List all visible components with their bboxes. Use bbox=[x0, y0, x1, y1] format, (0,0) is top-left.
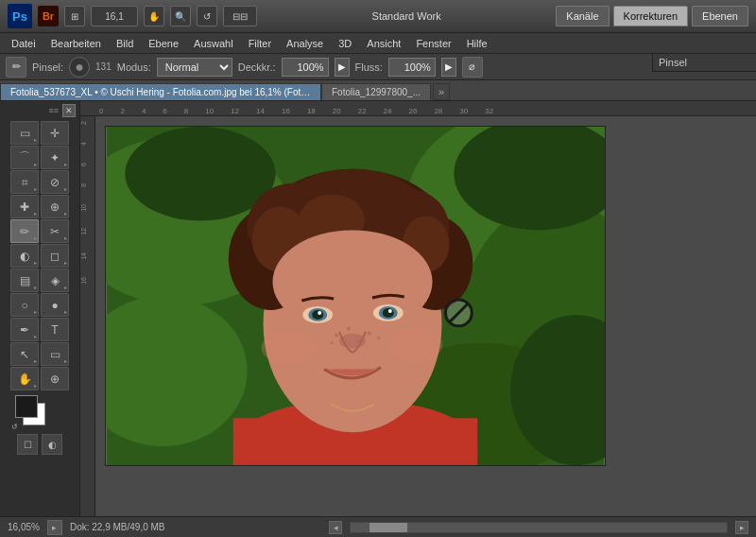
tool-gradient[interactable]: ▤▸ bbox=[10, 268, 39, 292]
color-section: ↺ bbox=[2, 395, 77, 431]
standard-mode-btn[interactable]: ☐ bbox=[17, 434, 38, 455]
tool-text[interactable]: T bbox=[41, 318, 69, 341]
tool-brush[interactable]: ✏▸ bbox=[10, 219, 39, 243]
status-icon-left[interactable]: ▸ bbox=[47, 520, 62, 535]
modus-dropdown[interactable]: Normal Multiplizieren Abwedeln bbox=[157, 58, 232, 77]
arrange-icon[interactable]: ⊞ bbox=[64, 6, 85, 26]
menu-3d[interactable]: 3D bbox=[331, 36, 359, 51]
toolbox-drag[interactable]: ≡≡ bbox=[48, 106, 59, 115]
ebenen-tab[interactable]: Ebenen bbox=[692, 6, 748, 26]
tool-pen[interactable]: ✒▸ bbox=[10, 318, 39, 341]
tool-row-2: ⌒▸ ✦▸ bbox=[2, 146, 77, 169]
quick-mask-btn[interactable]: ◐ bbox=[42, 434, 62, 455]
deckkraft-input[interactable] bbox=[282, 58, 329, 77]
ruler-v-tick: 8 bbox=[80, 183, 94, 187]
tool-zoom[interactable]: ⊕ bbox=[41, 367, 69, 390]
tool-clone[interactable]: ✂▸ bbox=[41, 219, 69, 243]
menu-datei[interactable]: Datei bbox=[4, 36, 43, 51]
zoom-display[interactable]: 16,1 bbox=[91, 6, 138, 26]
tool-lasso[interactable]: ⌒▸ bbox=[10, 146, 39, 169]
ruler-v-tick: 10 bbox=[80, 204, 94, 212]
titlebar-left: Ps Br ⊞ 16,1 ✋ 🔍 ↺ ⊟⊟ bbox=[8, 4, 257, 28]
ruler-tick-24: 24 bbox=[384, 107, 392, 115]
kanaele-tab[interactable]: Kanäle bbox=[556, 6, 609, 26]
quick-mask-row: ☐ ◐ bbox=[2, 434, 77, 455]
tool-dodge[interactable]: ○▸ bbox=[10, 293, 39, 317]
ruler-tick-8: 8 bbox=[184, 107, 188, 115]
brush-label: Pinsel: bbox=[32, 61, 63, 73]
tool-crop[interactable]: ⌗▸ bbox=[10, 170, 39, 194]
tool-move[interactable]: ✛ bbox=[41, 121, 69, 145]
color-reset-btn[interactable]: ↺ bbox=[11, 423, 18, 431]
hand-tool-icon[interactable]: ✋ bbox=[144, 6, 164, 26]
airbrush-icon[interactable]: ⌀ bbox=[462, 57, 483, 78]
ruler-tick-26: 26 bbox=[409, 107, 418, 115]
tool-heal[interactable]: ⊕▸ bbox=[41, 195, 69, 218]
tool-spot-heal[interactable]: ✚▸ bbox=[10, 195, 39, 218]
korrekturen-tab[interactable]: Korrekturen bbox=[613, 6, 688, 26]
ruler-vertical: 2 4 6 8 10 12 14 16 bbox=[80, 116, 95, 516]
ruler-tick-28: 28 bbox=[434, 107, 442, 115]
tool-history-brush[interactable]: ◐▸ bbox=[10, 244, 39, 268]
tool-select-rect[interactable]: ▭▸ bbox=[10, 121, 39, 145]
extras-icon[interactable]: ⊟⊟ bbox=[223, 6, 257, 26]
tabbar: Fotolia_537673_XL • © Uschi Hering - Fot… bbox=[0, 80, 756, 101]
tool-row-4: ✚▸ ⊕▸ bbox=[2, 195, 77, 218]
h-scrollbar[interactable] bbox=[350, 522, 728, 533]
tool-row-11: ✋▸ ⊕ bbox=[2, 367, 77, 390]
br-logo[interactable]: Br bbox=[38, 6, 59, 26]
ruler-v-tick: 4 bbox=[80, 142, 94, 146]
menu-auswahl[interactable]: Auswahl bbox=[186, 36, 241, 51]
menu-filter[interactable]: Filter bbox=[241, 36, 279, 51]
menu-hilfe[interactable]: Hilfe bbox=[459, 36, 495, 51]
ruler-tick-12: 12 bbox=[231, 107, 239, 115]
menu-bild[interactable]: Bild bbox=[109, 36, 141, 51]
tool-shape[interactable]: ▭▸ bbox=[41, 342, 69, 366]
rotate-icon[interactable]: ↺ bbox=[197, 6, 217, 26]
menu-ansicht[interactable]: Ansicht bbox=[359, 36, 408, 51]
statusbar: 16,05% ▸ Dok: 22,9 MB/49,0 MB ◂ ▸ bbox=[0, 516, 756, 537]
tool-eyedropper[interactable]: ⊘▸ bbox=[41, 170, 69, 194]
doc-tab-1[interactable]: Fotolia_537673_XL • © Uschi Hering - Fot… bbox=[0, 83, 321, 100]
menu-fenster[interactable]: Fenster bbox=[408, 36, 458, 51]
deckkraft-arrow[interactable]: ▶ bbox=[335, 58, 350, 77]
ruler-tick-18: 18 bbox=[307, 107, 316, 115]
tab-scroll-right[interactable]: » bbox=[433, 83, 450, 100]
current-tool-icon[interactable]: ✏ bbox=[6, 57, 26, 78]
tool-eraser[interactable]: ◻▸ bbox=[41, 244, 69, 268]
image-canvas[interactable] bbox=[105, 126, 606, 466]
canvas-area: 0 2 4 6 8 10 12 14 16 18 20 22 24 26 28 … bbox=[80, 101, 756, 516]
doc-size: Dok: 22,9 MB/49,0 MB bbox=[70, 522, 165, 532]
h-scrollbar-thumb[interactable] bbox=[369, 523, 407, 532]
ruler-tick-2: 2 bbox=[120, 107, 124, 115]
tool-row-8: ○▸ ●▸ bbox=[2, 293, 77, 317]
fluss-input[interactable] bbox=[388, 58, 436, 77]
tool-row-9: ✒▸ T bbox=[2, 318, 77, 341]
menu-ebene[interactable]: Ebene bbox=[141, 36, 186, 51]
ruler-v-tick: 12 bbox=[80, 228, 94, 235]
scroll-left[interactable]: ◂ bbox=[329, 521, 342, 534]
ruler-tick-22: 22 bbox=[358, 107, 367, 115]
svg-point-27 bbox=[312, 310, 323, 320]
tool-quick-select[interactable]: ✦▸ bbox=[41, 146, 69, 169]
foreground-color-swatch[interactable] bbox=[15, 395, 38, 418]
ruler-v-tick: 14 bbox=[80, 252, 94, 260]
doc-tab-2[interactable]: Fotolia_12997800_... bbox=[321, 83, 431, 100]
pinsel-panel-label: Pinsel bbox=[652, 54, 756, 72]
toolbox-close[interactable]: ✕ bbox=[62, 104, 76, 117]
menu-analyse[interactable]: Analyse bbox=[279, 36, 331, 51]
tool-burn[interactable]: ●▸ bbox=[41, 293, 69, 317]
toolbox: ≡≡ ✕ ▭▸ ✛ ⌒▸ ✦▸ ⌗▸ ⊘▸ ✚▸ ⊕▸ ✏▸ ✂▸ ◐▸ ◻▸ bbox=[0, 101, 80, 516]
menu-bearbeiten[interactable]: Bearbeiten bbox=[43, 36, 109, 51]
tool-path-select[interactable]: ↖▸ bbox=[10, 342, 39, 366]
scroll-right[interactable]: ▸ bbox=[735, 521, 748, 534]
tool-fill[interactable]: ◈▸ bbox=[41, 268, 69, 292]
brush-preview[interactable]: ● bbox=[69, 57, 90, 78]
tool-hand[interactable]: ✋▸ bbox=[10, 367, 39, 390]
toolbox-header: ≡≡ ✕ bbox=[2, 103, 77, 118]
fluss-arrow[interactable]: ▶ bbox=[441, 58, 456, 77]
svg-point-39 bbox=[377, 337, 380, 339]
svg-point-29 bbox=[318, 311, 321, 315]
ruler-tick-32: 32 bbox=[485, 107, 493, 115]
zoom-tool-icon[interactable]: 🔍 bbox=[170, 6, 191, 26]
